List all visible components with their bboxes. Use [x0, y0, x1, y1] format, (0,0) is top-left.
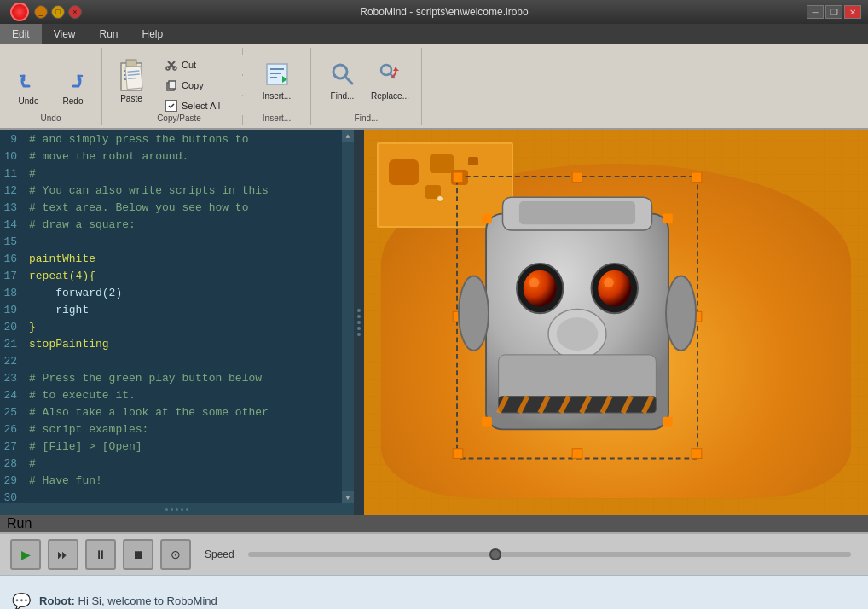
- code-line: # Also take a look at the some other: [29, 404, 339, 421]
- handle-dot-3: [357, 321, 361, 324]
- win-minimize[interactable]: ─: [807, 5, 824, 19]
- play-button[interactable]: ▶: [10, 539, 41, 570]
- svg-rect-26: [453, 172, 463, 183]
- robot-image: [449, 172, 705, 471]
- menu-help[interactable]: Help: [130, 24, 176, 44]
- cut-button[interactable]: Cut: [159, 55, 244, 74]
- svg-rect-14: [169, 81, 176, 89]
- code-line: # move the robot around.: [29, 148, 339, 165]
- run-bar: Run: [0, 515, 868, 532]
- pause-button[interactable]: ⏸: [85, 539, 116, 570]
- line-number: 29: [0, 473, 22, 490]
- record-button[interactable]: ⊙: [160, 539, 191, 570]
- paste-button[interactable]: Paste: [109, 51, 153, 109]
- scroll-dot-1: [165, 508, 168, 511]
- line-number: 16: [0, 251, 22, 268]
- insert-button[interactable]: Insert...: [255, 51, 299, 109]
- menu-view[interactable]: View: [42, 24, 88, 44]
- handle-dot-4: [357, 327, 361, 330]
- scroll-up-arrow[interactable]: ▲: [342, 130, 354, 142]
- svg-rect-60: [663, 417, 673, 427]
- svg-rect-33: [692, 449, 702, 459]
- svg-rect-57: [482, 214, 492, 224]
- undo-group: Undo Redo Undo: [0, 48, 102, 125]
- line-number: 21: [0, 336, 22, 353]
- code-line: right: [29, 302, 339, 319]
- code-line: stopPainting: [29, 336, 339, 353]
- step-button[interactable]: ⏭: [48, 539, 78, 570]
- menu-edit[interactable]: Edit: [0, 24, 42, 44]
- scroll-down-arrow[interactable]: ▼: [342, 491, 354, 503]
- svg-rect-59: [482, 417, 492, 427]
- undo-button[interactable]: Undo: [9, 59, 49, 113]
- code-line: [29, 234, 339, 251]
- window-title: RoboMind - scripts\en\welcome.irobo: [87, 6, 801, 18]
- resize-handle[interactable]: [354, 130, 364, 515]
- speed-thumb[interactable]: [489, 548, 501, 560]
- code-line: forward(2): [29, 285, 339, 302]
- code-line: }: [29, 319, 339, 336]
- svg-line-21: [345, 77, 352, 84]
- titlebar: _ □ × RoboMind - scripts\en\welcome.irob…: [0, 0, 868, 24]
- toolbar: Undo Redo Undo: [0, 44, 868, 130]
- replace-icon: [377, 61, 404, 90]
- line-number: 18: [0, 285, 22, 302]
- code-editor[interactable]: 9101112131415161718192021222324252627282…: [0, 130, 354, 515]
- speed-slider[interactable]: [248, 552, 851, 557]
- svg-rect-58: [663, 214, 673, 224]
- svg-point-44: [557, 317, 599, 351]
- run-label: Run: [7, 516, 32, 531]
- handle-dot-2: [357, 315, 361, 318]
- code-line: paintWhite: [29, 251, 339, 268]
- playback-bar: ▶ ⏭ ⏸ ⏹ ⊙ Speed: [0, 532, 868, 575]
- win-restore[interactable]: ❐: [825, 5, 842, 19]
- close-button[interactable]: ×: [68, 5, 82, 19]
- stop-button[interactable]: ⏹: [123, 539, 153, 570]
- code-line: # to execute it.: [29, 387, 339, 404]
- app-logo: [10, 3, 29, 21]
- status-bar: 💬 Robot: Hi Si, welcome to RoboMind: [0, 575, 868, 609]
- find-group: Find... Replace... Find...: [311, 48, 422, 125]
- svg-rect-36: [519, 201, 635, 224]
- find-button[interactable]: Find...: [321, 51, 365, 109]
- scroll-track[interactable]: [342, 142, 354, 491]
- insert-icon: [263, 61, 291, 90]
- scroll-dot-5: [186, 508, 188, 511]
- maximize-button[interactable]: □: [51, 5, 65, 19]
- paste-label: Paste: [120, 94, 142, 103]
- line-number: 28: [0, 455, 22, 473]
- win-close[interactable]: ✕: [844, 5, 861, 19]
- select-all-button[interactable]: Select All: [159, 96, 244, 115]
- line-number: 17: [0, 268, 22, 285]
- editor-horizontal-scroll[interactable]: [0, 503, 354, 515]
- code-line: [29, 353, 339, 370]
- copy-icon: [165, 78, 178, 92]
- svg-point-42: [604, 277, 614, 287]
- copy-paste-small-buttons: Cut Copy: [159, 51, 244, 119]
- svg-point-40: [598, 270, 631, 307]
- cut-label: Cut: [182, 60, 196, 70]
- robot-canvas: [364, 130, 868, 515]
- vertical-scrollbar[interactable]: ▲ ▼: [342, 130, 354, 503]
- svg-point-56: [666, 276, 696, 351]
- line-number: 22: [0, 353, 22, 370]
- copy-paste-group-label: Copy/Paste: [109, 113, 249, 123]
- menu-run[interactable]: Run: [87, 24, 130, 44]
- code-line: # Press the green play button below: [29, 370, 339, 387]
- code-content[interactable]: # and simply press the buttons to# move …: [26, 130, 342, 503]
- svg-point-41: [529, 277, 540, 287]
- handle-dot-5: [357, 333, 361, 336]
- undo-group-label: Undo: [0, 113, 101, 123]
- svg-marker-24: [393, 67, 399, 71]
- minimize-button[interactable]: _: [34, 5, 48, 19]
- undo-label: Undo: [19, 96, 39, 106]
- window-controls: _ □ ×: [34, 5, 82, 19]
- svg-rect-1: [126, 60, 136, 67]
- code-line: # Have fun!: [29, 473, 339, 490]
- line-number: 15: [0, 234, 22, 251]
- h-scroll-indicator: [165, 508, 188, 511]
- copy-button[interactable]: Copy: [159, 76, 244, 95]
- redo-button[interactable]: Redo: [53, 59, 94, 113]
- replace-button[interactable]: Replace...: [368, 51, 413, 109]
- line-number: 24: [0, 387, 22, 404]
